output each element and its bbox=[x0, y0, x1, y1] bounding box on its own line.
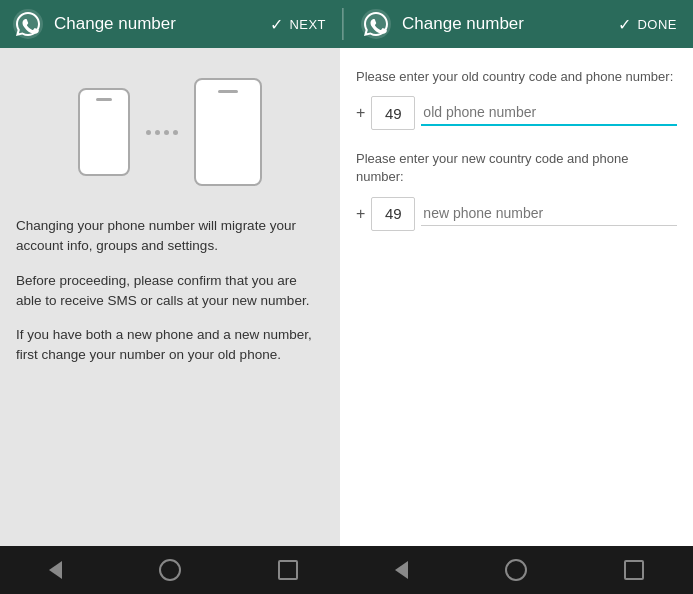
phone-small-icon bbox=[78, 88, 130, 176]
done-check-icon: ✓ bbox=[618, 15, 632, 34]
back-button-right[interactable] bbox=[395, 561, 408, 579]
dot-3 bbox=[164, 130, 169, 135]
old-country-code[interactable]: 49 bbox=[371, 96, 415, 130]
whatsapp-logo-icon bbox=[12, 8, 44, 40]
done-label: DONE bbox=[637, 17, 677, 32]
new-country-code[interactable]: 49 bbox=[371, 197, 415, 231]
info-paragraph-3: If you have both a new phone and a new n… bbox=[16, 325, 324, 366]
old-phone-number-input[interactable] bbox=[421, 100, 677, 126]
next-check-icon: ✓ bbox=[270, 15, 284, 34]
new-plus-sign: + bbox=[356, 205, 365, 223]
dot-2 bbox=[155, 130, 160, 135]
new-number-label: Please enter your new country code and p… bbox=[356, 150, 677, 186]
info-paragraph-1: Changing your phone number will migrate … bbox=[16, 216, 324, 257]
top-bar-right: Change number bbox=[343, 8, 602, 40]
next-button[interactable]: ✓ NEXT bbox=[254, 15, 342, 34]
old-number-input-row: + 49 bbox=[356, 96, 677, 130]
done-button[interactable]: ✓ DONE bbox=[602, 15, 693, 34]
home-button-left[interactable] bbox=[159, 559, 181, 581]
phones-illustration bbox=[16, 68, 324, 196]
new-phone-number-input[interactable] bbox=[421, 201, 677, 226]
top-bar-left: Change number bbox=[0, 8, 254, 40]
old-plus-sign: + bbox=[356, 104, 365, 122]
bottom-bar-right bbox=[347, 559, 694, 581]
transfer-dots bbox=[146, 130, 178, 135]
dot-4 bbox=[173, 130, 178, 135]
whatsapp-logo-icon-right bbox=[360, 8, 392, 40]
next-label: NEXT bbox=[289, 17, 326, 32]
left-panel: Changing your phone number will migrate … bbox=[0, 48, 340, 546]
dot-1 bbox=[146, 130, 151, 135]
bottom-bar-left bbox=[0, 559, 347, 581]
info-paragraph-2: Before proceeding, please confirm that y… bbox=[16, 271, 324, 312]
recents-button-left[interactable] bbox=[278, 560, 298, 580]
new-number-input-row: + 49 bbox=[356, 197, 677, 231]
right-screen-title: Change number bbox=[402, 14, 524, 34]
home-button-right[interactable] bbox=[505, 559, 527, 581]
left-screen-title: Change number bbox=[54, 14, 176, 34]
phone-large-icon bbox=[194, 78, 262, 186]
bottom-navigation-bar bbox=[0, 546, 693, 594]
right-panel: Please enter your old country code and p… bbox=[340, 48, 693, 546]
main-content: Changing your phone number will migrate … bbox=[0, 48, 693, 546]
recents-button-right[interactable] bbox=[624, 560, 644, 580]
back-button-left[interactable] bbox=[49, 561, 62, 579]
old-number-label: Please enter your old country code and p… bbox=[356, 68, 677, 86]
top-navigation-bar: Change number ✓ NEXT Change number ✓ DON… bbox=[0, 0, 693, 48]
